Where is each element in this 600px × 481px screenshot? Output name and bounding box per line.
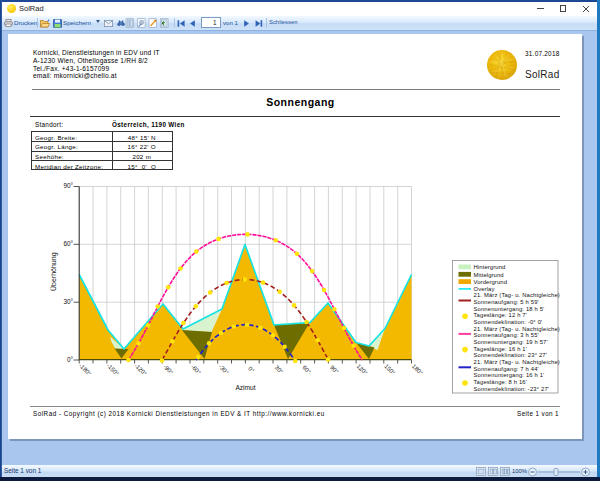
- svg-text:-180°: -180°: [78, 362, 93, 377]
- svg-text:30°: 30°: [64, 298, 74, 305]
- svg-text:Tageslänge: 8 h 16': Tageslänge: 8 h 16': [474, 379, 528, 385]
- svg-text:90°: 90°: [329, 364, 340, 375]
- svg-text:21. März (Tag- u. Nachtgleiche: 21. März (Tag- u. Nachtgleiche): [474, 326, 560, 332]
- svg-text:Sonnendeklination: 23° 27': Sonnendeklination: 23° 27': [474, 352, 548, 358]
- svg-text:Tageslänge: 12 h 7': Tageslänge: 12 h 7': [474, 312, 528, 318]
- svg-text:-60°: -60°: [190, 364, 202, 376]
- svg-text:30°: 30°: [274, 364, 285, 375]
- svg-text:Vordergrund: Vordergrund: [474, 279, 508, 285]
- svg-text:21. März (Tag- u. Nachtgleiche: 21. März (Tag- u. Nachtgleiche): [474, 292, 560, 298]
- svg-text:-120°: -120°: [133, 362, 148, 377]
- svg-text:Sonnenuntergang: 19 h 57': Sonnenuntergang: 19 h 57': [474, 339, 548, 345]
- svg-text:Sonnenaufgang: 3 h 55': Sonnenaufgang: 3 h 55': [474, 332, 539, 338]
- svg-text:-150°: -150°: [106, 362, 121, 377]
- svg-text:Sonnenuntergang: 18 h 5': Sonnenuntergang: 18 h 5': [474, 306, 545, 312]
- svg-text:0°: 0°: [247, 365, 256, 374]
- svg-text:0°: 0°: [67, 356, 74, 363]
- svg-text:-90°: -90°: [162, 364, 174, 376]
- svg-text:21. März (Tag- u. Nachtgleiche: 21. März (Tag- u. Nachtgleiche): [474, 359, 560, 365]
- svg-text:Sonnenaufgang: 7 h 44': Sonnenaufgang: 7 h 44': [474, 366, 539, 372]
- svg-text:Tageslänge: 16 h 1': Tageslänge: 16 h 1': [474, 346, 528, 352]
- svg-text:120°: 120°: [356, 363, 369, 376]
- svg-text:60°: 60°: [301, 364, 312, 375]
- svg-text:Azimut: Azimut: [235, 384, 255, 391]
- svg-text:Sonnendeklination: -0° 0': Sonnendeklination: -0° 0': [474, 319, 543, 325]
- svg-text:90°: 90°: [64, 182, 74, 189]
- svg-text:Mittelgrund: Mittelgrund: [474, 272, 504, 278]
- svg-text:Überhöhung: Überhöhung: [50, 252, 58, 291]
- svg-text:Sonnenaufgang: 5 h 59': Sonnenaufgang: 5 h 59': [474, 299, 539, 305]
- svg-text:Hintergrund: Hintergrund: [474, 264, 506, 270]
- svg-text:Sonnenuntergang: 16 h 1': Sonnenuntergang: 16 h 1': [474, 372, 545, 378]
- svg-text:150°: 150°: [383, 363, 396, 376]
- svg-text:180°: 180°: [411, 363, 424, 376]
- svg-text:Sonnendeklination: -23° 27': Sonnendeklination: -23° 27': [474, 386, 550, 392]
- svg-text:-30°: -30°: [218, 364, 230, 376]
- svg-text:60°: 60°: [64, 240, 74, 247]
